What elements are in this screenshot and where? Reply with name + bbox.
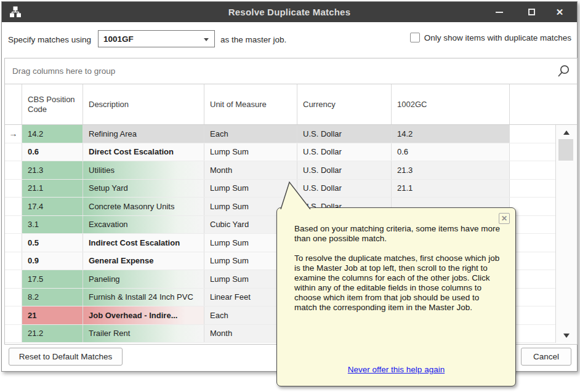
cell-match: 14.2 xyxy=(392,125,510,143)
cell-description: Excavation xyxy=(83,216,204,234)
cell-cbs: 0.6 xyxy=(22,143,83,161)
cell-cbs: 0.5 xyxy=(22,234,83,252)
master-job-combobox[interactable]: 1001GF xyxy=(98,30,215,47)
master-job-value: 1001GF xyxy=(103,34,134,44)
cell-cbs: 17.4 xyxy=(22,198,83,215)
row-indicator-cell xyxy=(5,216,22,234)
table-row[interactable]: 0.6Direct Cost EscalationLump SumU.S. Do… xyxy=(5,143,577,162)
cell-cbs: 14.2 xyxy=(22,125,83,143)
cell-currency: U.S. Dollar xyxy=(297,143,392,161)
cell-cbs: 21 xyxy=(22,306,83,324)
tooltip-paragraph-1: Based on your matching criteria, some it… xyxy=(294,224,502,244)
table-row[interactable]: 21.3UtilitiesMonthU.S. Dollar21.3 xyxy=(5,161,577,180)
maximize-button[interactable] xyxy=(518,2,545,22)
cell-cbs: 17.5 xyxy=(22,270,83,288)
row-indicator-cell xyxy=(5,234,22,252)
scroll-up-icon xyxy=(563,130,570,135)
specify-matches-label: Specify matches using xyxy=(8,35,91,44)
cell-match: 21.3 xyxy=(392,161,510,179)
chevron-down-icon xyxy=(204,38,209,41)
tooltip-paragraph-2: To resolve the duplicate matches, first … xyxy=(294,254,502,313)
cell-cbs: 8.2 xyxy=(22,289,83,306)
cell-cbs: 21.1 xyxy=(22,180,83,198)
group-hint-label: Drag columns here to group xyxy=(12,66,115,76)
title-bar: Resolve Duplicate Matches ✕ xyxy=(2,2,577,22)
cell-match: 0.6 xyxy=(392,143,510,161)
cell-cbs: 21.3 xyxy=(22,161,83,179)
reset-to-default-matches-button[interactable]: Reset to Default Matches xyxy=(9,348,123,366)
maximize-icon xyxy=(528,9,535,15)
row-indicator-cell xyxy=(5,198,22,215)
minimize-button[interactable] xyxy=(486,2,513,22)
cell-currency: U.S. Dollar xyxy=(297,125,392,143)
row-indicator-cell xyxy=(5,143,22,161)
row-indicator-cell xyxy=(5,252,22,270)
cell-description: Concrete Masonry Units xyxy=(83,198,204,215)
duplicate-filter-checkbox-group: Only show items with duplicate matches xyxy=(410,33,571,42)
cancel-button[interactable]: Cancel xyxy=(521,348,571,366)
cell-cbs: 0.9 xyxy=(22,252,83,270)
cell-unit: Lump Sum xyxy=(204,143,297,161)
column-header-cbs[interactable]: CBS Position Code xyxy=(22,84,83,124)
master-job-suffix-label: as the master job. xyxy=(220,35,286,44)
cell-unit: Month xyxy=(204,161,297,179)
column-header-unit[interactable]: Unit of Measure xyxy=(204,84,297,124)
row-indicator-cell xyxy=(5,180,22,198)
screen: Resolve Duplicate Matches ✕ Specify matc… xyxy=(0,0,580,392)
cell-cbs: 3.1 xyxy=(22,216,83,234)
scroll-down-icon xyxy=(563,334,570,338)
cell-description: Refining Area xyxy=(83,125,204,143)
cell-currency: U.S. Dollar xyxy=(297,161,392,179)
tooltip-close-button[interactable]: ✕ xyxy=(499,213,510,224)
cell-description: Direct Cost Escalation xyxy=(83,143,204,161)
row-indicator-cell xyxy=(5,306,22,324)
scrollbar-thumb[interactable] xyxy=(558,139,573,161)
duplicate-filter-label: Only show items with duplicate matches xyxy=(424,33,571,42)
cell-description: Trailer Rent xyxy=(83,325,204,343)
row-indicator-cell xyxy=(5,289,22,306)
current-row-arrow-icon: → xyxy=(5,125,22,143)
minimize-icon xyxy=(496,12,503,13)
scroll-up-button[interactable] xyxy=(556,126,577,138)
cell-description: Paneling xyxy=(83,270,204,288)
cell-description: General Expense xyxy=(83,252,204,270)
header-filler xyxy=(510,84,577,124)
duplicate-filter-checkbox[interactable] xyxy=(410,33,420,42)
cell-description: Furnish & Install 24 Inch PVC xyxy=(83,289,204,306)
group-by-drop-zone[interactable]: Drag columns here to group xyxy=(5,58,577,84)
tooltip-tail xyxy=(275,181,315,209)
column-header-currency[interactable]: Currency xyxy=(297,84,392,124)
grid-header: CBS Position CodeDescriptionUnit of Meas… xyxy=(5,84,577,125)
column-header-match[interactable]: 1002GC xyxy=(392,84,510,124)
help-tooltip: ✕ Based on your matching criteria, some … xyxy=(276,207,516,386)
cell-cbs: 21.2 xyxy=(22,325,83,343)
toolbar: Specify matches using 1001GF as the mast… xyxy=(2,22,577,56)
cell-description: Setup Yard xyxy=(83,180,204,198)
cell-description: Job Overhead - Indire... xyxy=(83,306,204,324)
tooltip-text: Based on your matching criteria, some it… xyxy=(294,224,502,313)
never-offer-help-link[interactable]: Never offer this help again xyxy=(277,365,515,374)
close-button[interactable]: ✕ xyxy=(546,2,573,22)
header-indicator-cell xyxy=(5,84,22,124)
search-icon[interactable] xyxy=(556,64,571,79)
row-indicator-cell xyxy=(5,325,22,343)
cell-match: 21.1 xyxy=(392,180,510,198)
column-header-description[interactable]: Description xyxy=(83,84,204,124)
cell-description: Indirect Cost Escalation xyxy=(83,234,204,252)
row-indicator-cell xyxy=(5,270,22,288)
vertical-scrollbar[interactable] xyxy=(555,125,577,343)
row-indicator-cell xyxy=(5,161,22,179)
scroll-down-button[interactable] xyxy=(556,329,577,342)
cell-unit: Each xyxy=(204,125,297,143)
cell-description: Utilities xyxy=(83,161,204,179)
table-row[interactable]: →14.2Refining AreaEachU.S. Dollar14.2 xyxy=(5,125,577,143)
